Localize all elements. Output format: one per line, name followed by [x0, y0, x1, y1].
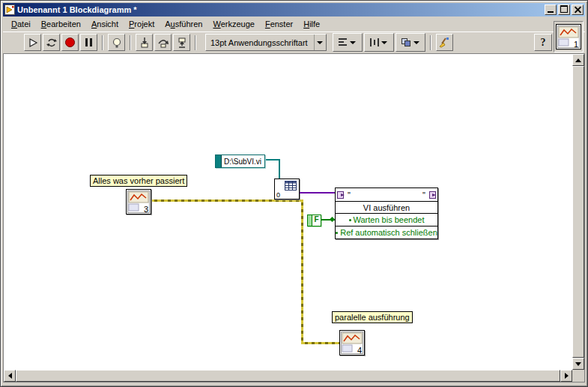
vi-icon-number: 3	[144, 205, 148, 214]
abort-icon	[65, 38, 75, 47]
menu-item-werkzeuge[interactable]: Werkzeuge	[207, 18, 259, 30]
help-button[interactable]: ?	[534, 34, 552, 51]
vertical-scrollbar[interactable]	[572, 54, 584, 370]
highlight-execution-button[interactable]	[108, 34, 125, 51]
chevron-down-icon	[350, 41, 356, 44]
font-selector-value: 13pt Anwendungsschriftart	[210, 38, 308, 47]
run-continuous-button[interactable]	[43, 34, 60, 51]
error-wire-segment-h1[interactable]	[151, 200, 303, 202]
reorder-objects-dropdown[interactable]	[395, 33, 425, 52]
scroll-right-button[interactable]	[560, 370, 572, 382]
toolbar-separator	[430, 35, 431, 50]
menu-item-ausfhren[interactable]: Ausführen	[160, 18, 207, 30]
path-icon	[216, 155, 222, 167]
free-label-before[interactable]: Alles was vorher passiert	[90, 175, 187, 187]
step-out-icon	[176, 37, 188, 49]
labview-window: Unbenannt 1 Blockdiagramm * DateiBearbei…	[0, 0, 588, 387]
maximize-button[interactable]	[558, 4, 570, 15]
scroll-left-button[interactable]	[4, 370, 16, 382]
invoke-method-name[interactable]: VI ausführen	[336, 202, 437, 214]
arrow-down-icon	[575, 362, 581, 366]
refname-quote-close: "	[421, 190, 427, 200]
vi-refnum-in-icon	[337, 191, 346, 199]
vi-thumbnail-icon: 1	[556, 24, 581, 50]
terminal-diamond-icon	[330, 217, 335, 222]
arrow-left-icon	[8, 373, 12, 379]
reorder-objects-icon	[401, 38, 411, 47]
chevron-down-icon	[381, 41, 387, 44]
abort-button[interactable]	[61, 34, 79, 51]
font-selector[interactable]: 13pt Anwendungsschriftart	[205, 34, 327, 51]
step-over-button[interactable]	[154, 34, 172, 51]
scrollbar-corner	[572, 370, 584, 382]
invoke-param-label: Ref automatisch schließen	[340, 228, 437, 237]
refname-quote-open: "	[346, 190, 352, 200]
error-wire-segment-h2[interactable]	[301, 342, 339, 344]
run-button[interactable]	[24, 34, 41, 51]
menu-item-hilfe[interactable]: Hilfe	[298, 18, 325, 30]
invoke-param-wait-until-done[interactable]: Warten bis beendet	[336, 214, 437, 226]
horizontal-scroll-thumb[interactable]	[16, 370, 560, 382]
param-marker-icon	[349, 219, 351, 221]
menubar: DateiBearbeitenAnsichtProjektAusführenWe…	[3, 16, 585, 32]
pause-button[interactable]	[80, 34, 97, 51]
close-button[interactable]	[572, 4, 584, 15]
free-label-parallel[interactable]: paralelle ausführung	[332, 311, 413, 323]
diagram-client-area: Alles was vorher passiert 3 D:\SubVI.vi	[3, 53, 585, 382]
vi-icon-panel[interactable]: 1	[554, 21, 584, 52]
invoke-reference-row[interactable]: " "	[336, 188, 437, 202]
step-out-button[interactable]	[173, 34, 190, 51]
path-wire-segment-v[interactable]	[279, 159, 280, 178]
menu-item-datei[interactable]: Datei	[6, 18, 36, 30]
minimize-icon	[548, 11, 554, 13]
toolbar-separator	[195, 35, 196, 50]
false-constant[interactable]: F	[307, 214, 321, 226]
window-controls	[545, 4, 584, 15]
step-into-icon	[139, 37, 151, 49]
invoke-param-auto-dispose-ref[interactable]: Ref automatisch schließen	[336, 226, 437, 238]
param-marker-icon	[336, 232, 338, 234]
close-icon	[575, 6, 581, 13]
cleanup-diagram-button[interactable]	[436, 34, 453, 51]
chevron-down-icon	[314, 34, 326, 50]
error-wire-segment-v[interactable]	[301, 200, 303, 344]
menu-item-bearbeiten[interactable]: Bearbeiten	[36, 18, 86, 30]
invoke-node[interactable]: " " VI ausführen Warten bis beendet Ref …	[335, 188, 438, 239]
distribute-objects-icon	[370, 38, 379, 46]
subvi-4-icon[interactable]: 4	[339, 330, 365, 356]
vi-reference-wire[interactable]	[300, 192, 335, 194]
open-vi-options-value: 0	[276, 191, 280, 199]
scroll-down-button[interactable]	[572, 358, 584, 370]
lightbulb-icon	[111, 37, 123, 49]
arrow-up-icon	[575, 58, 581, 62]
vi-refnum-out-icon	[427, 191, 436, 199]
window-title: Unbenannt 1 Blockdiagramm *	[17, 5, 542, 14]
menu-item-projekt[interactable]: Projekt	[124, 18, 160, 30]
minimize-button[interactable]	[545, 4, 557, 15]
align-objects-dropdown[interactable]	[333, 33, 363, 52]
vertical-scroll-thumb[interactable]	[572, 66, 584, 358]
titlebar[interactable]: Unbenannt 1 Blockdiagramm *	[3, 3, 585, 16]
subvi-3-icon[interactable]: 3	[126, 189, 151, 214]
block-diagram-canvas[interactable]: Alles was vorher passiert 3 D:\SubVI.vi	[4, 54, 572, 370]
path-constant[interactable]: D:\SubVI.vi	[215, 154, 265, 168]
vi-icon-number: 4	[357, 346, 362, 355]
run-arrow-icon	[27, 37, 39, 49]
pause-icon	[85, 38, 92, 46]
step-into-button[interactable]	[136, 34, 153, 51]
table-grid-icon	[285, 181, 297, 190]
path-constant-value: D:\SubVI.vi	[224, 158, 261, 166]
menu-item-ansicht[interactable]: Ansicht	[86, 18, 124, 30]
toolbar-separator	[102, 35, 103, 50]
labview-app-icon[interactable]	[4, 4, 15, 15]
scroll-up-button[interactable]	[572, 54, 584, 66]
open-vi-reference-node[interactable]: 0	[274, 178, 300, 200]
invoke-param-label: Warten bis beendet	[354, 215, 425, 224]
arrow-right-icon	[565, 373, 569, 379]
menu-item-fenster[interactable]: Fenster	[260, 18, 298, 30]
chevron-down-icon	[413, 41, 419, 44]
distribute-objects-dropdown[interactable]	[364, 33, 394, 52]
toolbar-separator	[130, 35, 131, 50]
horizontal-scrollbar[interactable]	[4, 370, 572, 382]
cleanup-diagram-icon	[438, 37, 450, 49]
